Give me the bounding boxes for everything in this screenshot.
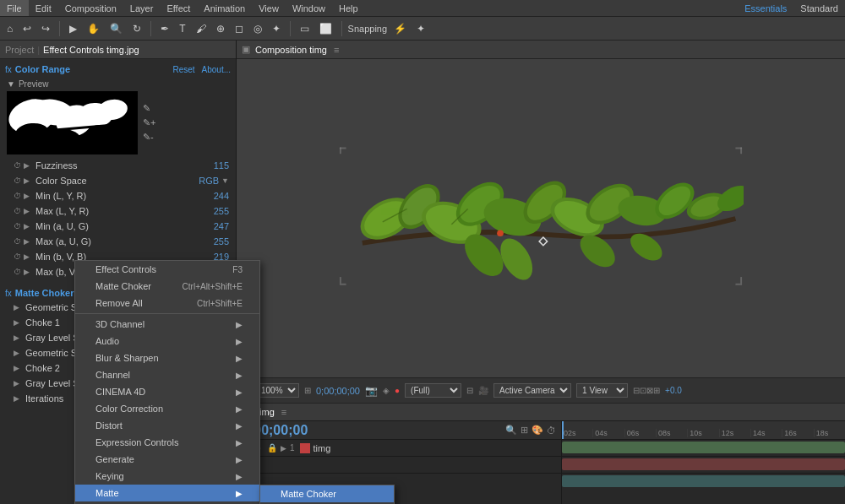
track-bar-red[interactable]	[562, 458, 845, 470]
ctx-keying[interactable]: Keying ▶	[75, 468, 259, 485]
snapping-label: Snapping	[348, 24, 388, 34]
tl-icon3[interactable]: 🎨	[532, 425, 543, 436]
toolbar-magnet[interactable]: ⚡	[390, 21, 410, 36]
stopwatch-icon-colorspace[interactable]: ⏱	[14, 176, 21, 185]
track-layer-1	[562, 440, 845, 457]
menu-file[interactable]: File	[0, 0, 29, 16]
timeline-menu-icon[interactable]: ≡	[281, 407, 286, 417]
time-mark-8s: 08s	[657, 429, 688, 437]
menu-window[interactable]: Window	[286, 0, 332, 16]
comp-tab[interactable]: Composition timg	[255, 45, 327, 55]
toolbar-shape[interactable]: ▭	[297, 21, 313, 36]
menu-help[interactable]: Help	[332, 0, 365, 16]
camera-select[interactable]: Active Camera	[493, 383, 571, 398]
ctx-3d-channel[interactable]: 3D Channel ▶	[75, 316, 259, 333]
comp-menu-icon[interactable]: ≡	[334, 45, 339, 55]
ctx-color-correction[interactable]: Color Correction ▶	[75, 400, 259, 417]
menu-composition[interactable]: Composition	[58, 0, 123, 16]
playhead[interactable]	[562, 421, 564, 439]
param-max-aug: ⏱ ▶ Max (a, U, G) 255	[0, 234, 236, 249]
layer-name[interactable]: timg	[313, 443, 331, 453]
eyedropper-sub-icon[interactable]: ✎-	[143, 132, 155, 143]
ctx-generate[interactable]: Generate ▶	[75, 451, 259, 468]
ctx-channel[interactable]: Channel ▶	[75, 366, 259, 383]
toolbar-puppet[interactable]: ✦	[269, 21, 284, 36]
time-mark-4s: 04s	[593, 429, 624, 437]
menu-animation[interactable]: Animation	[197, 0, 252, 16]
effect-controls-tab[interactable]: Effect Controls timg.jpg	[43, 45, 139, 55]
tl-icon1[interactable]: 🔍	[505, 425, 517, 436]
matte-choker-title: Matte Choker	[15, 288, 74, 298]
time-mark-14s: 14s	[751, 429, 782, 437]
submenu-matte: Matte Choker mocha shape Refine Hard Mat…	[259, 485, 395, 504]
stopwatch-icon-minlyr[interactable]: ⏱	[14, 192, 21, 200]
toolbar-pen[interactable]: ✒	[157, 21, 172, 36]
track-bar-green[interactable]	[562, 442, 845, 453]
essentials-btn[interactable]: Essentials	[738, 0, 793, 16]
project-tab[interactable]: Project	[5, 45, 34, 55]
toolbar-clone[interactable]: ⊕	[213, 21, 228, 36]
svg-rect-45	[735, 283, 742, 285]
toolbar-select[interactable]: ▶	[66, 21, 80, 36]
layer-lock-icon[interactable]: 🔒	[267, 443, 281, 453]
ctx-distort[interactable]: Distort ▶	[75, 417, 259, 434]
triangle-fuzziness: ▶	[24, 161, 35, 170]
ctx-cinema4d[interactable]: CINEMA 4D ▶	[75, 383, 259, 400]
toolbar-redo[interactable]: ↪	[38, 21, 53, 36]
toolbar-eraser[interactable]: ◻	[232, 21, 247, 36]
menu-edit[interactable]: Edit	[29, 0, 58, 16]
stopwatch-icon-maxlyr[interactable]: ⏱	[14, 207, 21, 215]
camera-view-icon: 🎥	[478, 386, 488, 395]
ctx-audio[interactable]: Audio ▶	[75, 333, 259, 350]
timeline-empty-row	[237, 457, 561, 474]
eyedropper-icon[interactable]: ✎	[143, 103, 155, 114]
toolbar-rotate[interactable]: ↻	[129, 21, 144, 36]
color-space-control[interactable]: RGB ▼	[199, 176, 229, 186]
layer-number: 1	[290, 443, 295, 453]
stopwatch-icon-maxbvb[interactable]: ⏱	[14, 268, 21, 276]
toolbar-home[interactable]: ⌂	[3, 21, 16, 36]
toolbar-text[interactable]: T	[176, 21, 188, 36]
toolbar-fill[interactable]: ⬜	[316, 21, 335, 36]
standard-btn[interactable]: Standard	[793, 0, 845, 16]
menu-effect[interactable]: Effect	[160, 0, 197, 16]
toolbar-brush[interactable]: 🖌	[193, 21, 210, 36]
timecode-display[interactable]: 0;00;00;00	[316, 386, 360, 396]
param-min-lyr: ⏱ ▶ Min (L, Y, R) 244	[0, 188, 236, 203]
time-mark-16s: 16s	[782, 429, 814, 437]
ctx-effect-controls[interactable]: Effect Controls F3	[75, 261, 259, 278]
about-btn[interactable]: About...	[202, 65, 231, 74]
ctx-remove-all[interactable]: Remove All Ctrl+Shift+E	[75, 295, 259, 312]
reset-btn[interactable]: Reset	[172, 65, 194, 74]
tl-icon2[interactable]: ⊞	[521, 425, 528, 436]
zoom-select[interactable]: 100% 50% 200%	[255, 383, 299, 398]
svg-rect-46	[740, 277, 742, 284]
menu-view[interactable]: View	[252, 0, 286, 16]
ctx-matte[interactable]: Matte ▶ Matte Choker mocha shape Refine …	[75, 485, 259, 501]
stopwatch-icon-maxaug[interactable]: ⏱	[14, 237, 21, 246]
ctx-blur-sharpen[interactable]: Blur & Sharpen ▶	[75, 350, 259, 366]
preview-label: ▼ Preview	[7, 79, 229, 89]
submenu-matte-choker[interactable]: Matte Choker	[260, 485, 394, 502]
quality-select[interactable]: (Full) (Half) (Quarter)	[405, 383, 461, 398]
toolbar-hand[interactable]: ✋	[84, 21, 103, 36]
toolbar-arrow[interactable]: ↩	[19, 21, 35, 36]
toolbar-3d[interactable]: ✦	[413, 21, 428, 36]
tl-icon4[interactable]: ⏱	[547, 425, 556, 436]
stopwatch-icon-fuzziness[interactable]: ⏱	[14, 161, 21, 170]
stopwatch-icon-minaug[interactable]: ⏱	[14, 222, 21, 230]
toolbar-roto[interactable]: ◎	[250, 21, 265, 36]
menu-layer[interactable]: Layer	[123, 0, 161, 16]
track-bar-teal[interactable]	[562, 475, 845, 487]
param-color-space: ⏱ ▶ Color Space RGB ▼	[0, 173, 236, 188]
toolbar: ⌂ ↩ ↪ ▶ ✋ 🔍 ↻ ✒ T 🖌 ⊕ ◻ ◎ ✦ ▭ ⬜ Snapping…	[0, 17, 845, 41]
eyedropper-add-icon[interactable]: ✎+	[143, 117, 155, 128]
stopwatch-icon-minbvb[interactable]: ⏱	[14, 252, 21, 261]
views-select[interactable]: 1 View 2 Views	[576, 383, 628, 398]
ctx-matte-choker[interactable]: Matte Choker Ctrl+Alt+Shift+E	[75, 278, 259, 295]
toolbar-zoom[interactable]: 🔍	[106, 21, 126, 36]
ctx-sep	[75, 313, 259, 314]
ctx-expression-controls[interactable]: Expression Controls ▶	[75, 434, 259, 451]
layer-collapse-icon[interactable]: ▶	[281, 444, 286, 453]
fit-icon[interactable]: ⊞	[304, 386, 311, 395]
